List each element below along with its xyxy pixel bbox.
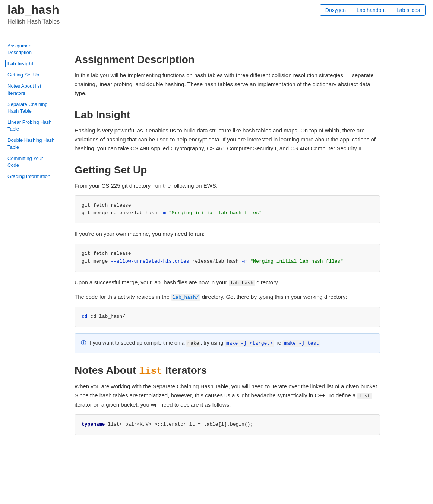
- activity-note: The code for this activity resides in th…: [75, 292, 380, 302]
- sidebar-item-lab-insight[interactable]: Lab Insight: [5, 60, 56, 67]
- info-pre: If you want to speed up compile time on …: [88, 340, 186, 346]
- code4-rest: list< pair<K,V> >::iterator it = table[i…: [105, 422, 253, 427]
- merge-note-code: lab_hash: [229, 280, 255, 286]
- sidebar: Assignment Description Lab Insight Getti…: [0, 35, 60, 504]
- code-block-3: cd cd lab_hash/: [75, 307, 380, 327]
- notes-body-post: iterator on a given bucket, you will nee…: [75, 401, 231, 408]
- header: lab_hash Hellish Hash Tables Doxygen Lab…: [0, 0, 433, 35]
- sidebar-item-notes-iterators[interactable]: Notes About list Iterators: [5, 83, 56, 96]
- merge-note: Upon a successful merge, your lab_hash f…: [75, 278, 380, 287]
- code-block-2: git fetch release git merge --allow-unre…: [75, 244, 380, 272]
- notes-body: When you are working with the Separate C…: [75, 382, 380, 409]
- notes-body-code: list: [357, 393, 372, 399]
- assignment-description-heading: Assignment Description: [75, 54, 380, 66]
- lab-slides-button[interactable]: Lab slides: [391, 4, 426, 16]
- typename-keyword: typename: [82, 422, 105, 427]
- page-title: lab_hash: [7, 3, 60, 17]
- header-buttons: Doxygen Lab handout Lab slides: [320, 4, 426, 16]
- cd-command: cd lab_hash/: [90, 314, 125, 319]
- sidebar-item-assignment-description[interactable]: Assignment Description: [5, 43, 56, 56]
- activity-note-pre: The code for this activity resides in th…: [75, 294, 171, 300]
- code-block-1: git fetch release git merge release/lab_…: [75, 195, 380, 224]
- info-flag: make -j <target>: [225, 340, 274, 347]
- sidebar-item-separate-chaining[interactable]: Separate Chaining Hash Table: [5, 101, 56, 115]
- layout: Assignment Description Lab Insight Getti…: [0, 35, 433, 504]
- machine-note: If you're on your own machine, you may n…: [75, 229, 380, 238]
- info-ie: , ie: [274, 340, 283, 346]
- notes-heading-code: list: [139, 366, 162, 377]
- merge-note-pre: Upon a successful merge, your lab_hash f…: [75, 279, 229, 285]
- page-subtitle: Hellish Hash Tables: [7, 17, 60, 26]
- lab-handout-button[interactable]: Lab handout: [351, 4, 391, 16]
- code1-line1: git fetch release git merge release/lab_…: [82, 203, 262, 216]
- doxygen-button[interactable]: Doxygen: [320, 4, 351, 16]
- info-box: ⓘIf you want to speed up compile time on…: [75, 333, 380, 353]
- notes-heading: Notes About list Iterators: [75, 364, 380, 377]
- sidebar-item-getting-set-up[interactable]: Getting Set Up: [5, 72, 56, 78]
- header-left: lab_hash Hellish Hash Tables: [7, 3, 60, 32]
- notes-body-pre: When you are working with the Separate C…: [75, 383, 379, 398]
- sidebar-item-double-hashing[interactable]: Double Hashing Hash Table: [5, 137, 56, 150]
- merge-note-post: directory.: [255, 279, 279, 285]
- sidebar-item-linear-probing[interactable]: Linear Probing Hash Table: [5, 119, 56, 132]
- sidebar-item-grading[interactable]: Grading Information: [5, 173, 56, 180]
- notes-heading-pre: Notes About: [75, 364, 139, 376]
- getting-set-up-heading: Getting Set Up: [75, 164, 380, 176]
- activity-note-code[interactable]: lab_hash/: [171, 294, 200, 301]
- info-icon: ⓘ: [81, 340, 86, 346]
- info-make: make: [186, 340, 200, 347]
- sidebar-item-committing[interactable]: Committing Your Code: [5, 155, 56, 169]
- lab-insight-body: Hashing is very powerful as it enables u…: [75, 126, 380, 153]
- notes-heading-post: Iterators: [162, 364, 207, 376]
- code-block-4: typename list< pair<K,V> >::iterator it …: [75, 414, 380, 435]
- info-mid: , try using: [200, 340, 225, 346]
- info-test: make -j test: [282, 340, 320, 347]
- activity-note-post: directory. Get there by typing this in y…: [200, 294, 347, 300]
- main-content: Assignment Description In this lab you w…: [60, 35, 395, 504]
- getting-set-up-intro: From your CS 225 git directory, run the …: [75, 181, 380, 190]
- assignment-description-body: In this lab you will be implementing fun…: [75, 71, 380, 98]
- lab-insight-heading: Lab Insight: [75, 109, 380, 121]
